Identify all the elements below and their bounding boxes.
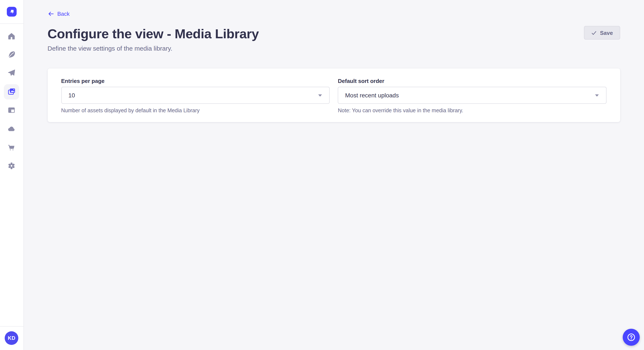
paper-plane-icon	[8, 69, 16, 77]
media-library-icon	[7, 87, 16, 96]
gear-icon	[8, 161, 16, 170]
strapi-logo-icon	[8, 8, 15, 15]
select-value: Most recent uploads	[345, 92, 399, 99]
page-subtitle: Define the view settings of the media li…	[48, 44, 620, 53]
home-icon	[8, 32, 16, 40]
arrow-left-icon	[48, 11, 54, 17]
sidebar-item-home[interactable]	[4, 28, 20, 44]
sidebar-item-transfer[interactable]	[4, 65, 20, 81]
avatar[interactable]: KD	[5, 332, 18, 345]
page-title: Configure the view - Media Library	[48, 26, 259, 42]
sidebar-item-marketplace[interactable]	[4, 140, 20, 155]
sidebar-item-media-library[interactable]	[4, 84, 20, 99]
field-default-sort-order: Default sort order Most recent uploads N…	[338, 78, 607, 114]
save-label: Save	[600, 29, 613, 36]
field-label: Entries per page	[61, 78, 330, 85]
select-value: 10	[68, 92, 75, 99]
field-hint: Note: You can override this value in the…	[338, 107, 607, 114]
caret-down-icon	[594, 94, 599, 97]
back-link[interactable]: Back	[48, 11, 70, 17]
sidebar-nav	[0, 24, 23, 173]
field-label: Default sort order	[338, 78, 607, 85]
layout-icon	[8, 106, 16, 114]
feather-icon	[8, 50, 16, 59]
question-mark-icon	[626, 333, 636, 342]
title-row: Configure the view - Media Library Save	[48, 26, 620, 42]
default-sort-order-select[interactable]: Most recent uploads	[338, 87, 607, 104]
settings-card: Entries per page 10 Number of assets dis…	[48, 68, 620, 122]
cart-icon	[8, 143, 16, 151]
back-label: Back	[57, 11, 70, 17]
field-hint: Number of assets displayed by default in…	[61, 107, 330, 114]
sidebar-header	[0, 0, 23, 24]
sidebar-footer: KD	[0, 326, 23, 350]
caret-down-icon	[318, 94, 323, 97]
sidebar: KD	[0, 0, 24, 350]
save-button[interactable]: Save	[584, 26, 620, 39]
sidebar-item-content-builder[interactable]	[4, 47, 20, 62]
field-entries-per-page: Entries per page 10 Number of assets dis…	[61, 78, 330, 114]
check-icon	[591, 30, 596, 35]
entries-per-page-select[interactable]: 10	[61, 87, 330, 104]
help-button[interactable]	[623, 329, 640, 346]
sidebar-item-settings[interactable]	[4, 158, 20, 173]
sidebar-item-content-manager[interactable]	[4, 103, 20, 118]
sidebar-item-cloud[interactable]	[4, 121, 20, 136]
strapi-logo[interactable]	[7, 7, 16, 16]
main-content: Back Configure the view - Media Library …	[24, 0, 644, 350]
cloud-icon	[8, 124, 16, 133]
app-root: KD Back Configure the view - Media Libra…	[0, 0, 644, 350]
